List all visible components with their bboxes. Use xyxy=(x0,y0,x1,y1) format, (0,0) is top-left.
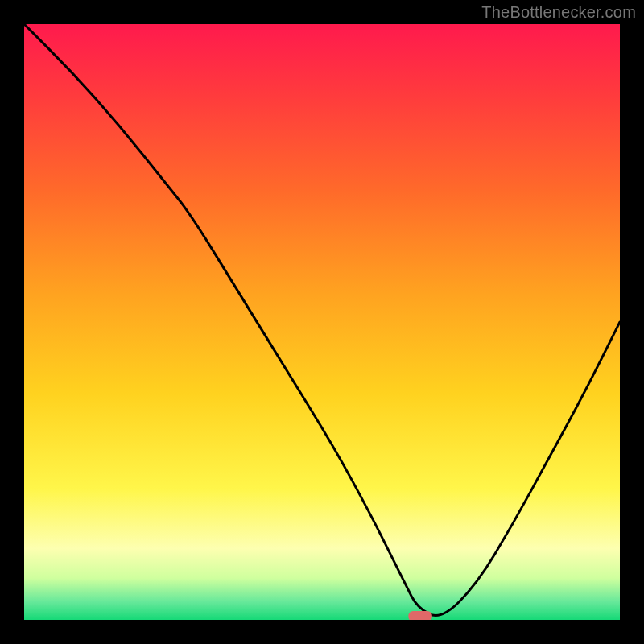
plot-area xyxy=(24,24,620,620)
bottleneck-chart xyxy=(24,24,620,620)
optimal-marker xyxy=(408,611,432,620)
gradient-background xyxy=(24,24,620,620)
attribution-label: TheBottlenecker.com xyxy=(481,3,636,22)
chart-container: TheBottlenecker.com xyxy=(0,0,644,644)
